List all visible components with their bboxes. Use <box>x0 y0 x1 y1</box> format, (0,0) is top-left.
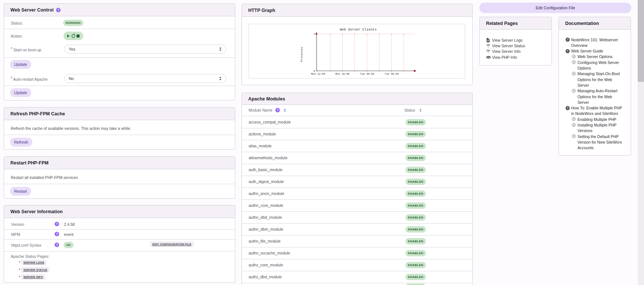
svg-text:php: php <box>487 57 490 58</box>
svg-text:1: 1 <box>314 33 315 36</box>
svg-text:Tue 00:00: Tue 00:00 <box>360 73 374 76</box>
svg-text:Processes: Processes <box>300 47 303 62</box>
svg-text:0: 0 <box>314 70 315 73</box>
svg-text:Tue 06:00: Tue 06:00 <box>385 73 399 76</box>
svg-text:Web Server Clients: Web Server Clients <box>340 28 376 32</box>
svg-text:Mon 18:00: Mon 18:00 <box>336 73 350 76</box>
svg-text:Mon 12:00: Mon 12:00 <box>311 73 325 76</box>
